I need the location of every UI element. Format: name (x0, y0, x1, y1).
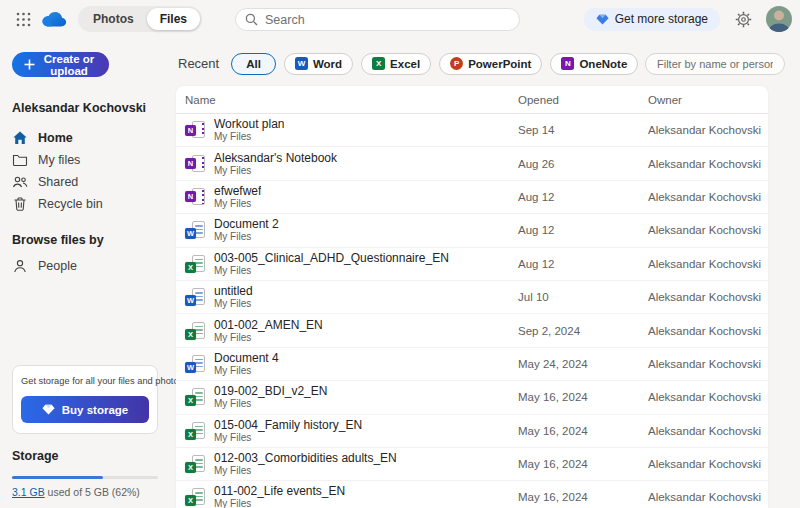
file-opened-date: Aug 26 (518, 158, 648, 170)
photos-files-toggle: Photos Files (78, 6, 202, 32)
file-location: My Files (214, 131, 284, 143)
create-or-upload-button[interactable]: Create or upload (12, 52, 109, 77)
column-header-owner[interactable]: Owner (648, 94, 768, 106)
sidebar-item-recycle-bin[interactable]: Recycle bin (12, 193, 158, 215)
sidebar-item-my-files[interactable]: My files (12, 149, 158, 171)
toggle-files-label: Files (160, 12, 187, 26)
table-row[interactable]: X 003-005_Clinical_ADHD_Questionnaire_EN… (176, 248, 768, 281)
toggle-photos[interactable]: Photos (80, 8, 147, 30)
user-avatar[interactable] (766, 6, 792, 32)
file-location: My Files (214, 298, 253, 310)
file-title: Document 4 (214, 351, 279, 365)
table-row[interactable]: W untitled My Files Jul 10 Aleksandar Ko… (176, 281, 768, 314)
excel-file-icon: X (185, 487, 206, 507)
table-row[interactable]: W Document 4 My Files May 24, 2024 Aleks… (176, 348, 768, 381)
table-row[interactable]: X 012-003_Comorbidities adults_EN My Fil… (176, 448, 768, 481)
filter-pill-all[interactable]: All (231, 53, 276, 75)
search-bar[interactable] (235, 8, 520, 31)
get-more-storage-button[interactable]: Get more storage (584, 8, 720, 31)
create-or-upload-label: Create or upload (41, 53, 97, 77)
table-row[interactable]: X 015-004_Family history_EN My Files May… (176, 415, 768, 448)
table-row[interactable]: X 011-002_Life events_EN My Files May 16… (176, 481, 768, 508)
file-title: Aleksandar's Notebook (214, 151, 337, 165)
storage-promo-card: Get storage for all your files and photo… (12, 365, 158, 434)
word-file-icon: W (185, 287, 206, 307)
search-input[interactable] (265, 13, 510, 27)
sidebar-item-shared[interactable]: Shared (12, 171, 158, 193)
storage-promo-text: Get storage for all your files and photo… (21, 376, 149, 386)
file-name-cell: X 011-002_Life events_EN My Files (176, 484, 518, 508)
onenote-file-icon: N (185, 187, 206, 207)
account-name: Aleksandar Kochovski (12, 101, 158, 115)
storage-progress-fill (12, 476, 103, 479)
excel-file-icon: X (185, 387, 206, 407)
excel-file-icon: X (185, 454, 206, 474)
file-location: My Files (214, 398, 327, 410)
buy-storage-button[interactable]: Buy storage (21, 396, 149, 423)
file-opened-date: Jul 10 (518, 291, 648, 303)
sidebar-item-home[interactable]: Home (12, 127, 158, 149)
filter-pill-label: PowerPoint (468, 58, 531, 70)
filter-pill-excel[interactable]: XExcel (361, 53, 431, 75)
sidebar-item-people[interactable]: People (12, 255, 158, 277)
powerpoint-app-icon: P (450, 57, 463, 70)
onenote-file-icon: N (185, 154, 206, 174)
file-title: 001-002_AMEN_EN (214, 318, 323, 332)
file-opened-date: May 16, 2024 (518, 458, 648, 470)
settings-gear-icon[interactable] (732, 8, 754, 30)
file-name-cell: N Aleksandar's Notebook My Files (176, 151, 518, 177)
file-owner: Aleksandar Kochovski (648, 358, 768, 370)
toggle-files[interactable]: Files (147, 8, 200, 30)
filter-pill-onenote[interactable]: NOneNote (550, 53, 638, 75)
table-row[interactable]: N Aleksandar's Notebook My Files Aug 26 … (176, 147, 768, 180)
file-opened-date: Aug 12 (518, 258, 648, 270)
file-opened-date: May 24, 2024 (518, 358, 648, 370)
home-icon (12, 130, 28, 146)
table-row[interactable]: N efwefwef My Files Aug 12 Aleksandar Ko… (176, 181, 768, 214)
file-location: My Files (214, 165, 337, 177)
filter-pill-label: All (246, 58, 261, 70)
excel-file-icon: X (185, 254, 206, 274)
file-title: 015-004_Family history_EN (214, 418, 362, 432)
column-header-name[interactable]: Name (176, 94, 518, 106)
file-location: My Files (214, 498, 345, 508)
filter-by-name-input[interactable] (645, 53, 785, 75)
file-title: Document 2 (214, 217, 279, 231)
file-name-cell: N Workout plan My Files (176, 117, 518, 143)
sidebar-item-recycle-bin-label: Recycle bin (38, 197, 103, 211)
table-row[interactable]: N Workout plan My Files Sep 14 Aleksanda… (176, 114, 768, 147)
table-row[interactable]: X 001-002_AMEN_EN My Files Sep 2, 2024 A… (176, 314, 768, 347)
shared-people-icon (12, 174, 28, 190)
app-launcher-icon[interactable] (10, 6, 36, 32)
word-app-icon: W (295, 57, 308, 70)
file-name-cell: X 019-002_BDI_v2_EN My Files (176, 384, 518, 410)
storage-rest-text: used of 5 GB (62%) (45, 486, 140, 498)
sidebar-item-people-label: People (38, 259, 77, 273)
file-opened-date: Sep 2, 2024 (518, 325, 648, 337)
filter-pill-powerpoint[interactable]: PPowerPoint (439, 53, 542, 75)
filter-pill-word[interactable]: WWord (284, 53, 353, 75)
buy-storage-label: Buy storage (62, 404, 128, 416)
word-file-icon: W (185, 354, 206, 374)
onedrive-logo-icon[interactable] (40, 10, 68, 29)
file-opened-date: May 16, 2024 (518, 491, 648, 503)
file-location: My Files (214, 365, 279, 377)
plus-icon (24, 59, 35, 70)
top-header: Photos Files Get more storage (0, 0, 800, 38)
file-title: 011-002_Life events_EN (214, 484, 345, 498)
excel-file-icon: X (185, 421, 206, 441)
file-title: 019-002_BDI_v2_EN (214, 384, 327, 398)
file-owner: Aleksandar Kochovski (648, 191, 768, 203)
storage-progress-bar (12, 476, 158, 479)
toggle-photos-label: Photos (93, 12, 134, 26)
table-row[interactable]: X 019-002_BDI_v2_EN My Files May 16, 202… (176, 381, 768, 414)
excel-file-icon: X (185, 321, 206, 341)
get-more-storage-label: Get more storage (615, 12, 708, 26)
filter-pills: AllWWordXExcelPPowerPointNOneNote (231, 53, 638, 75)
file-owner: Aleksandar Kochovski (648, 124, 768, 136)
storage-used-link[interactable]: 3.1 GB (12, 486, 45, 498)
filter-pill-label: Word (313, 58, 342, 70)
table-row[interactable]: W Document 2 My Files Aug 12 Aleksandar … (176, 214, 768, 247)
file-name-cell: X 003-005_Clinical_ADHD_Questionnaire_EN… (176, 251, 518, 277)
column-header-opened[interactable]: Opened (518, 94, 648, 106)
